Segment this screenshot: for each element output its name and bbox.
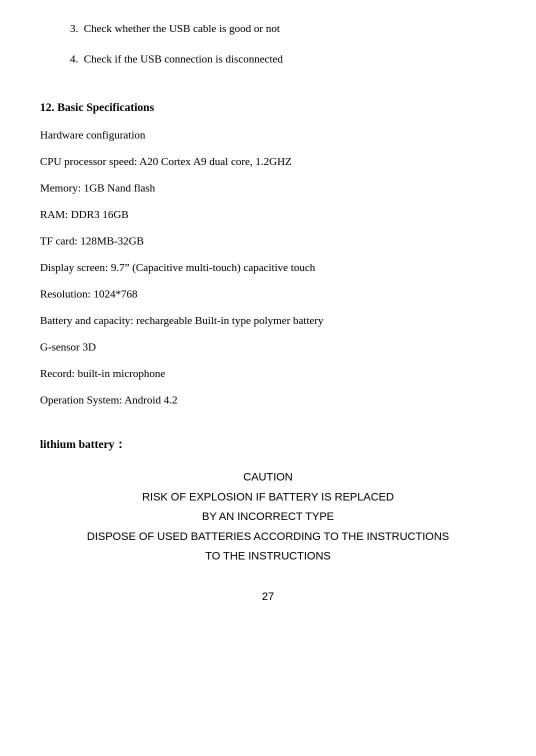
spec-item-9: Operation System: Android 4.2 (40, 392, 496, 408)
step-4-text: 4. (70, 52, 78, 65)
hardware-label: Hardware configuration (40, 126, 496, 143)
spec-item-7: G-sensor 3D (40, 338, 496, 355)
spec-item-6: Battery and capacity: rechargeable Built… (40, 312, 496, 328)
lithium-heading: lithium battery： (40, 436, 496, 454)
step-3-desc: Check whether the USB cable is good or n… (84, 22, 280, 34)
caution-line-1: RISK OF EXPLOSION IF BATTERY IS REPLACED (40, 487, 496, 507)
caution-line-0: CAUTION (40, 467, 496, 487)
spec-item-0: CPU processor speed: A20 Cortex A9 dual … (40, 153, 496, 170)
caution-line-4: TO THE INSTRUCTIONS (40, 546, 496, 566)
step-4: 4. Check if the USB connection is discon… (40, 50, 496, 67)
caution-line-2: BY AN INCORRECT TYPE (40, 506, 496, 526)
spec-item-8: Record: built-in microphone (40, 365, 496, 382)
spec-item-2: RAM: DDR3 16GB (40, 206, 496, 222)
gap-1 (40, 81, 496, 99)
spec-item-3: TF card: 128MB-32GB (40, 232, 496, 249)
step-3-text: 3. (70, 22, 78, 34)
spec-item-5: Resolution: 1024*768 (40, 286, 496, 302)
spec-item-4: Display screen: 9.7” (Capacitive multi-t… (40, 259, 496, 276)
page-content: 3. Check whether the USB cable is good o… (40, 20, 496, 603)
basic-specs-heading: 12. Basic Specifications (40, 99, 496, 116)
caution-line-3: DISPOSE OF USED BATTERIES ACCORDING TO T… (40, 526, 496, 546)
spec-item-1: Memory: 1GB Nand flash (40, 180, 496, 196)
gap-2 (40, 418, 496, 436)
caution-block: CAUTION RISK OF EXPLOSION IF BATTERY IS … (40, 467, 496, 566)
step-3: 3. Check whether the USB cable is good o… (40, 20, 496, 36)
step-4-desc: Check if the USB connection is disconnec… (84, 52, 283, 65)
page-number: 27 (40, 590, 496, 603)
